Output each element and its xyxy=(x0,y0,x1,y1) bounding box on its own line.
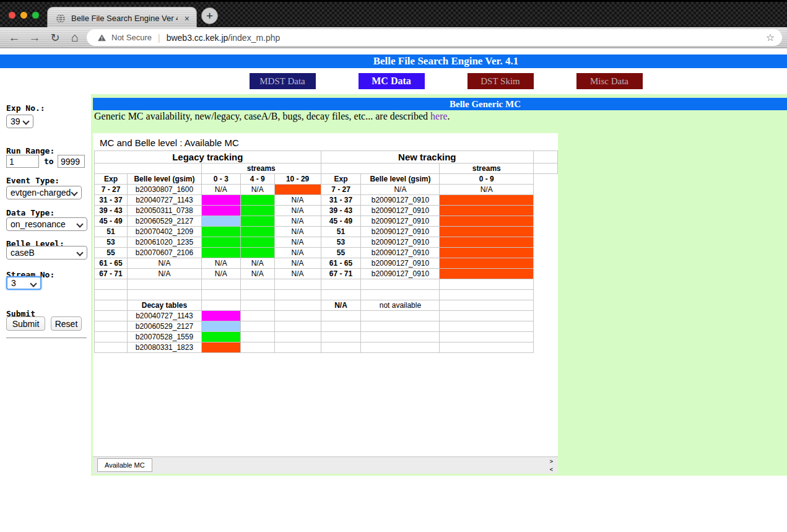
availability-cell-green xyxy=(201,248,240,258)
availability-cell-orange xyxy=(201,342,240,353)
availability-sheet: MC and Belle level : Available MC Legacy… xyxy=(93,133,558,474)
scroll-left-arrow[interactable]: < xyxy=(550,466,553,474)
table-cell xyxy=(440,342,534,353)
table-cell: 55 xyxy=(95,248,128,258)
here-link[interactable]: here xyxy=(430,111,448,121)
table-cell: b20070607_2106 xyxy=(127,248,201,258)
table-cell: New tracking xyxy=(321,151,533,164)
security-label[interactable]: Not Secure xyxy=(111,33,152,42)
table-cell xyxy=(361,332,440,342)
back-icon[interactable]: ← xyxy=(6,27,22,48)
table-cell xyxy=(361,342,440,353)
table-row xyxy=(95,290,558,300)
table-cell: N/A xyxy=(274,237,321,248)
exp-no-value: 39 xyxy=(11,116,20,126)
table-cell: Decay tables xyxy=(127,300,201,311)
table-cell xyxy=(274,332,321,342)
availability-cell-orange xyxy=(440,206,534,216)
table-cell xyxy=(95,332,128,342)
table-cell xyxy=(95,321,128,332)
nav-button-mc-data[interactable]: MC Data xyxy=(359,73,425,89)
table-cell: N/A xyxy=(127,258,201,269)
zoom-window-button[interactable] xyxy=(32,12,39,19)
table-cell xyxy=(321,290,361,300)
table-cell: b20060529_2127 xyxy=(127,216,201,227)
table-cell xyxy=(321,342,361,353)
tab-available-mc[interactable]: Available MC xyxy=(97,458,152,472)
table-cell: 4 - 9 xyxy=(240,174,274,185)
description-text: Generic MC availability, new/legacy, cas… xyxy=(94,111,450,122)
table-cell xyxy=(95,342,128,353)
minimize-window-button[interactable] xyxy=(20,12,27,19)
table-cell: b20040727_1143 xyxy=(127,195,201,206)
data-type-value: on_resonance xyxy=(11,219,66,229)
table-cell: b20090127_0910 xyxy=(361,248,440,258)
close-window-button[interactable] xyxy=(9,12,15,19)
table-cell: b20090127_0910 xyxy=(361,195,440,206)
availability-cell-green xyxy=(201,237,240,248)
table-cell xyxy=(274,300,321,311)
close-tab-icon[interactable]: × xyxy=(185,14,189,23)
data-type-select[interactable]: on_resonance xyxy=(6,217,87,231)
submit-button[interactable]: Submit xyxy=(6,316,45,331)
globe-icon xyxy=(56,14,66,24)
data-category-nav: MDST DataMC DataDST SkimMisc Data xyxy=(0,73,787,89)
table-cell xyxy=(440,300,534,311)
table-cell: b20090127_0910 xyxy=(361,227,440,237)
run-to-input[interactable] xyxy=(58,155,85,168)
page-url[interactable]: bweb3.cc.kek.jp/index_m.php xyxy=(167,33,280,43)
chevron-down-icon xyxy=(22,118,29,124)
star-icon[interactable]: ☆ xyxy=(766,32,775,43)
table-cell: N/A xyxy=(274,216,321,227)
table-cell: 61 - 65 xyxy=(321,258,361,269)
table-cell xyxy=(95,279,128,290)
table-cell: N/A xyxy=(240,185,274,195)
table-cell xyxy=(321,164,440,174)
table-cell: b20070528_1559 xyxy=(127,332,201,342)
run-from-input[interactable] xyxy=(6,155,39,168)
forward-icon[interactable]: → xyxy=(27,27,43,48)
table-cell: 31 - 37 xyxy=(321,195,361,206)
nav-button-dst-skim[interactable]: DST Skim xyxy=(467,73,534,89)
reset-button[interactable]: Reset xyxy=(51,316,82,331)
table-cell: Exp xyxy=(321,174,361,185)
stream-no-select[interactable]: 3 xyxy=(6,276,41,290)
table-cell xyxy=(321,332,361,342)
mc-data-panel: Belle Generic MC Generic MC availability… xyxy=(91,94,787,476)
table-cell xyxy=(95,290,128,300)
table-cell xyxy=(95,300,128,311)
table-cell: 51 xyxy=(95,227,128,237)
table-cell: Belle level (gsim) xyxy=(127,174,201,185)
address-bar[interactable]: Not Secure | bweb3.cc.kek.jp/index_m.php… xyxy=(87,29,782,46)
table-row: streamsstreams xyxy=(95,164,558,174)
browser-tab[interactable]: Belle File Search Engine Ver 4. × xyxy=(47,7,197,29)
nav-button-mdst-data[interactable]: MDST Data xyxy=(250,73,316,89)
event-type-select[interactable]: evtgen-charged xyxy=(6,186,82,199)
table-cell: 55 xyxy=(321,248,361,258)
new-tab-button[interactable]: + xyxy=(201,7,218,24)
availability-cell-orange xyxy=(440,258,534,269)
scroll-right-arrow[interactable]: > xyxy=(550,458,553,466)
availability-cell-orange xyxy=(440,195,534,206)
table-cell xyxy=(534,151,558,164)
table-cell xyxy=(240,279,274,290)
availability-cell-orange xyxy=(440,227,534,237)
table-row: 39 - 43b20050311_0738N/A39 - 43b20090127… xyxy=(95,206,558,216)
table-cell: N/A xyxy=(274,227,321,237)
table-cell: 0 - 9 xyxy=(440,174,534,185)
table-cell: 39 - 43 xyxy=(95,206,128,216)
table-cell xyxy=(361,290,440,300)
table-row: b20070528_1559 xyxy=(95,332,558,342)
belle-level-select[interactable]: caseB xyxy=(6,246,87,259)
nav-button-misc-data[interactable]: Misc Data xyxy=(576,73,643,89)
url-divider: | xyxy=(158,33,160,43)
exp-no-select[interactable]: 39 xyxy=(6,115,33,128)
table-cell: N/A xyxy=(274,195,321,206)
run-range-label: Run Range: xyxy=(6,146,54,155)
table-cell xyxy=(321,311,361,321)
table-cell: N/A xyxy=(274,248,321,258)
home-icon[interactable]: ⌂ xyxy=(67,27,83,48)
reload-icon[interactable]: ↻ xyxy=(47,27,63,48)
table-cell: not available xyxy=(361,300,440,311)
table-cell: N/A xyxy=(201,185,240,195)
